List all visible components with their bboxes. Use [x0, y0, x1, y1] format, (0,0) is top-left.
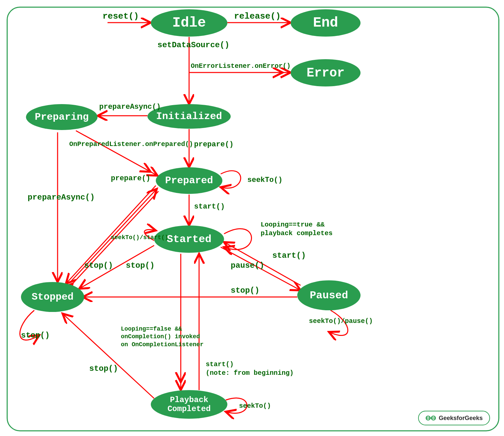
state-preparing: Preparing	[26, 104, 98, 130]
label-start-from-paused: start()	[272, 250, 306, 261]
label-loopingfalse: Looping==false && onCompletion() invoked…	[121, 325, 203, 349]
label-stop-from-completed: stop()	[89, 363, 118, 374]
geeksforgeeks-icon	[425, 414, 436, 422]
state-playback-completed: Playback Completed	[151, 390, 227, 419]
state-stopped: Stopped	[21, 282, 84, 312]
label-pause: pause()	[231, 260, 264, 271]
label-stop2: stop()	[126, 260, 154, 271]
label-seektostart: seekTo()/start()	[111, 234, 168, 241]
label-seekto-completed: seekTo()	[239, 402, 271, 410]
label-prepare1: prepare()	[194, 140, 234, 150]
label-prepare2: prepare()	[111, 174, 150, 184]
label-stop-from-paused: stop()	[231, 285, 259, 296]
label-stop-self: stop()	[21, 330, 50, 341]
state-prepared: Prepared	[156, 167, 222, 194]
state-paused: Paused	[297, 280, 361, 310]
label-start-from-completed: start() (note: from beginning)	[206, 360, 294, 377]
label-seekto-pause: seekTo()/pause()	[309, 317, 373, 326]
state-diagram: Idle End Error Initialized Preparing Pre…	[7, 7, 499, 431]
label-start1: start()	[194, 202, 225, 212]
state-error: Error	[291, 59, 361, 86]
label-release: release()	[234, 11, 281, 22]
state-end: End	[291, 9, 361, 37]
label-loopingtrue: Looping==true && playback completes	[261, 220, 333, 238]
label-onerror: OnErrorListener.onError()	[191, 62, 291, 71]
label-prepareasync1: prepareAsync()	[99, 102, 161, 112]
label-seekto-prepared: seekTo()	[247, 176, 283, 185]
label-setdatasource: setDataSource()	[157, 40, 229, 50]
watermark: GeeksforGeeks	[418, 411, 490, 425]
svg-line-6	[76, 131, 157, 176]
watermark-text: GeeksforGeeks	[439, 415, 483, 422]
label-stop1: stop()	[84, 260, 113, 271]
label-onprepared: OnPreparedListener.onPrepared()	[69, 140, 193, 149]
label-prepareasync2: prepareAsync()	[28, 192, 95, 203]
label-reset: reset()	[103, 11, 139, 22]
state-idle: Idle	[151, 9, 227, 37]
